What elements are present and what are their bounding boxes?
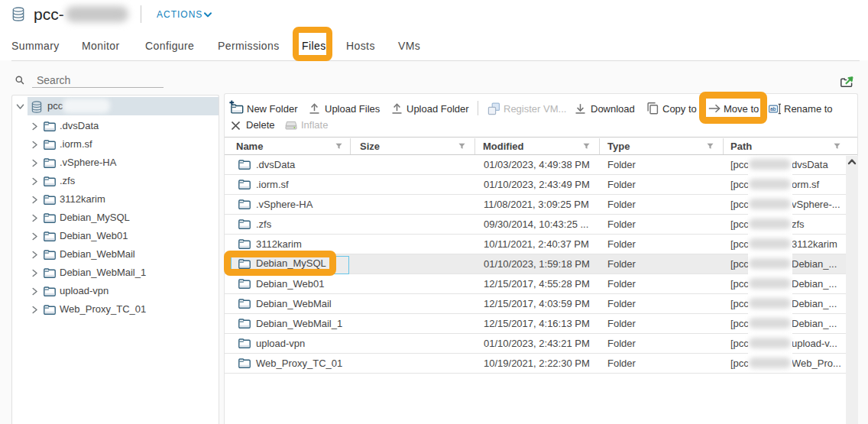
svg-text:ab: ab xyxy=(770,106,776,112)
